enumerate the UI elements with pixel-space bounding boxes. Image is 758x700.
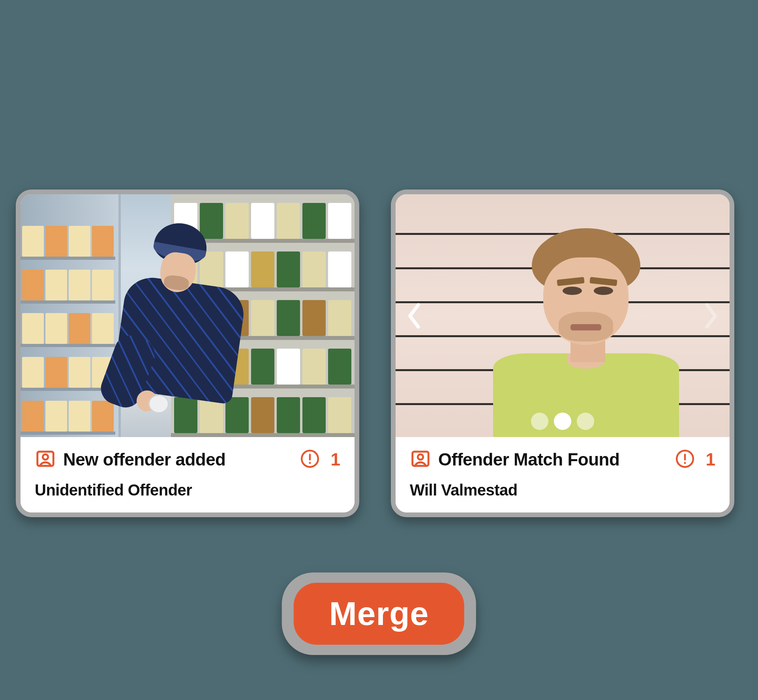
status-title: New offender added <box>63 450 226 469</box>
offender-name: Will Valmestad <box>410 481 715 499</box>
alert-count: 1 <box>706 450 715 469</box>
person-badge-icon <box>35 448 56 471</box>
alert-icon <box>300 449 320 470</box>
carousel-prev-button[interactable] <box>406 302 422 330</box>
offender-photo-new <box>21 194 355 437</box>
carousel-dot-1[interactable] <box>531 413 548 430</box>
offender-card-match[interactable]: Offender Match Found 1 Will Valmestad <box>391 190 734 517</box>
status-title: Offender Match Found <box>438 450 619 469</box>
carousel-dots <box>531 413 594 430</box>
svg-point-9 <box>684 462 686 464</box>
carousel-dot-3[interactable] <box>577 413 594 430</box>
offender-card-new[interactable]: New offender added 1 Unidentified Offend… <box>16 190 359 517</box>
person-badge-icon <box>410 448 431 471</box>
svg-point-1 <box>43 454 48 460</box>
alert-icon <box>675 449 695 470</box>
offender-name: Unidentified Offender <box>35 481 340 499</box>
cards-row: New offender added 1 Unidentified Offend… <box>16 190 734 517</box>
card-footer: Offender Match Found 1 Will Valmestad <box>396 437 730 512</box>
merge-button-container: Merge <box>282 572 476 655</box>
offender-photo-match <box>396 194 730 437</box>
merge-button[interactable]: Merge <box>294 583 464 645</box>
svg-point-4 <box>309 462 311 464</box>
card-footer: New offender added 1 Unidentified Offend… <box>21 437 355 512</box>
alert-count: 1 <box>331 450 340 469</box>
svg-point-6 <box>418 454 423 460</box>
carousel-dot-2[interactable] <box>554 413 571 430</box>
carousel-next-button[interactable] <box>703 302 719 330</box>
